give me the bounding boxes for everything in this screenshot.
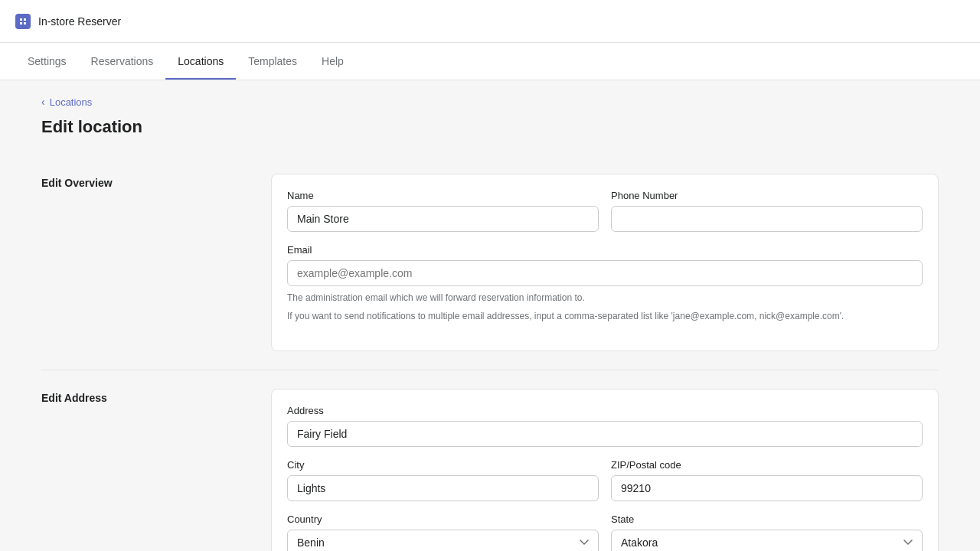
nav-bar: Settings Reservations Locations Template… [0, 43, 980, 80]
zip-label: ZIP/Postal code [611, 459, 923, 471]
state-select-wrapper: Atakora [611, 530, 923, 551]
email-help-text-2: If you want to send notifications to mul… [287, 309, 923, 323]
address-label: Address [287, 405, 923, 416]
nav-settings[interactable]: Settings [15, 43, 79, 80]
country-state-row: Country Benin State Atakora [287, 514, 923, 551]
edit-address-label: Edit Address [41, 389, 271, 404]
address-input[interactable] [287, 421, 923, 447]
breadcrumb[interactable]: ‹ Locations [41, 96, 939, 108]
page-content: ‹ Locations Edit location Edit Overview … [23, 80, 957, 551]
city-label: City [287, 459, 599, 471]
svg-rect-1 [20, 18, 22, 21]
edit-overview-section: Edit Overview Name Phone Number Email Th… [41, 155, 939, 370]
email-row: Email The administration email which we … [287, 244, 923, 323]
name-phone-row: Name Phone Number [287, 190, 923, 232]
app-icon [15, 14, 31, 29]
top-bar: In-store Reserver [0, 0, 980, 43]
phone-label: Phone Number [611, 190, 923, 201]
email-label: Email [287, 244, 923, 256]
svg-rect-0 [18, 17, 28, 26]
phone-input[interactable] [611, 206, 923, 232]
email-group: Email The administration email which we … [287, 244, 923, 323]
city-zip-row: City ZIP/Postal code [287, 459, 923, 501]
edit-overview-label: Edit Overview [41, 174, 271, 189]
country-select-wrapper: Benin [287, 530, 599, 551]
svg-rect-4 [24, 22, 26, 24]
name-label: Name [287, 190, 599, 201]
state-label: State [611, 514, 923, 525]
nav-locations[interactable]: Locations [165, 43, 236, 80]
app-title: In-store Reserver [38, 15, 121, 28]
email-input[interactable] [287, 260, 923, 286]
phone-group: Phone Number [611, 190, 923, 232]
country-group: Country Benin [287, 514, 599, 551]
zip-group: ZIP/Postal code [611, 459, 923, 501]
city-input[interactable] [287, 475, 599, 501]
state-group: State Atakora [611, 514, 923, 551]
svg-rect-2 [24, 18, 26, 21]
email-help-text-1: The administration email which we will f… [287, 291, 923, 305]
nav-help[interactable]: Help [309, 43, 356, 80]
country-select[interactable]: Benin [287, 530, 599, 551]
zip-input[interactable] [611, 475, 923, 501]
edit-address-card: Address City ZIP/Postal code Country [271, 389, 939, 551]
state-select[interactable]: Atakora [611, 530, 923, 551]
svg-rect-3 [20, 22, 22, 24]
city-group: City [287, 459, 599, 501]
breadcrumb-arrow-icon: ‹ [41, 96, 45, 108]
address-row: Address [287, 405, 923, 447]
nav-templates[interactable]: Templates [236, 43, 309, 80]
nav-reservations[interactable]: Reservations [79, 43, 166, 80]
edit-overview-card: Name Phone Number Email The administrati… [271, 174, 939, 351]
address-group: Address [287, 405, 923, 447]
name-input[interactable] [287, 206, 599, 232]
page-title: Edit location [41, 117, 939, 137]
country-label: Country [287, 514, 599, 525]
edit-address-section: Edit Address Address City ZIP/Postal cod… [41, 370, 939, 551]
breadcrumb-label: Locations [50, 96, 93, 108]
name-group: Name [287, 190, 599, 232]
